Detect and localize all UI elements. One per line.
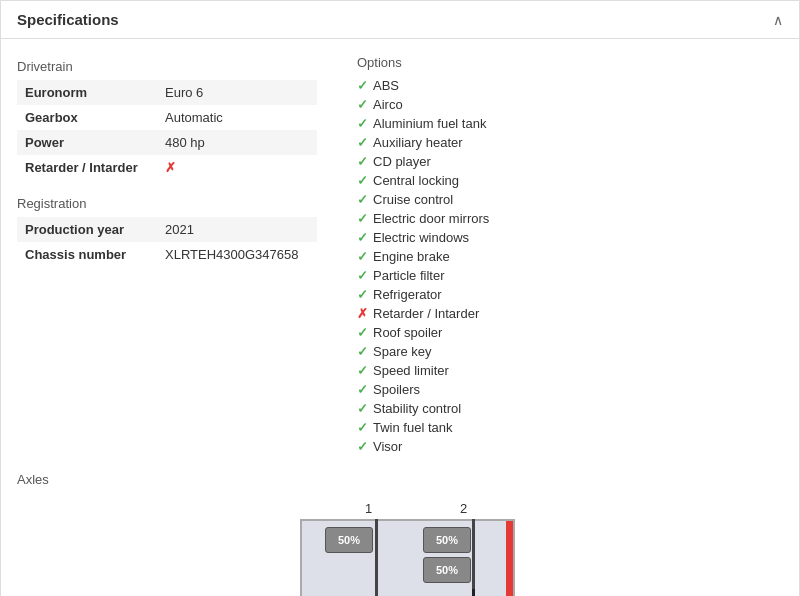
check-icon: ✓	[357, 325, 368, 340]
option-label: Airco	[373, 97, 403, 112]
drivetrain-value: Euro 6	[157, 80, 317, 105]
axle-label-2: 2	[460, 501, 467, 516]
check-icon: ✓	[357, 420, 368, 435]
list-item: ✓Auxiliary heater	[357, 133, 783, 152]
option-label: Particle filter	[373, 268, 445, 283]
check-icon: ✓	[357, 363, 368, 378]
option-label: Electric door mirrors	[373, 211, 489, 226]
registration-value: 2021	[157, 217, 317, 242]
option-label: CD player	[373, 154, 431, 169]
list-item: ✓Roof spoiler	[357, 323, 783, 342]
option-label: Cruise control	[373, 192, 453, 207]
list-item: ✓Airco	[357, 95, 783, 114]
option-label: Retarder / Intarder	[373, 306, 479, 321]
collapse-icon[interactable]: ∧	[773, 12, 783, 28]
list-item: ✓Aluminium fuel tank	[357, 114, 783, 133]
registration-label: Chassis number	[17, 242, 157, 267]
check-icon: ✓	[357, 154, 368, 169]
list-item: ✓Electric door mirrors	[357, 209, 783, 228]
option-label: Spoilers	[373, 382, 420, 397]
option-label: Roof spoiler	[373, 325, 442, 340]
check-icon: ✓	[357, 382, 368, 397]
wheel-front-top: 50%	[325, 527, 373, 553]
options-list: ✓ABS✓Airco✓Aluminium fuel tank✓Auxiliary…	[357, 76, 783, 456]
section-header: Specifications ∧	[1, 1, 799, 39]
drivetrain-label: Euronorm	[17, 80, 157, 105]
drivetrain-value: ✗	[157, 155, 317, 180]
check-icon: ✓	[357, 268, 368, 283]
registration-label: Production year	[17, 217, 157, 242]
drivetrain-label: Gearbox	[17, 105, 157, 130]
option-label: Twin fuel tank	[373, 420, 453, 435]
specifications-panel: Specifications ∧ Drivetrain EuronormEuro…	[0, 0, 800, 596]
check-icon: ✓	[357, 78, 368, 93]
axles-section: Axles 1 2 50%	[1, 472, 799, 596]
option-label: Stability control	[373, 401, 461, 416]
check-icon: ✓	[357, 135, 368, 150]
axle-diagram-container: 1 2 50% 50% 50%	[17, 499, 783, 596]
check-icon: ✓	[357, 211, 368, 226]
drivetrain-section: Drivetrain EuronormEuro 6GearboxAutomati…	[17, 59, 317, 180]
check-icon: ✓	[357, 116, 368, 131]
check-icon: ✓	[357, 401, 368, 416]
left-column: Drivetrain EuronormEuro 6GearboxAutomati…	[17, 55, 317, 456]
option-label: Engine brake	[373, 249, 450, 264]
list-item: ✓Speed limiter	[357, 361, 783, 380]
rear-axle-connector	[472, 589, 475, 596]
option-label: Auxiliary heater	[373, 135, 463, 150]
option-label: Central locking	[373, 173, 459, 188]
options-title: Options	[357, 55, 783, 70]
drivetrain-label: Retarder / Intarder	[17, 155, 157, 180]
drivetrain-value: Automatic	[157, 105, 317, 130]
list-item: ✓Cruise control	[357, 190, 783, 209]
option-label: Speed limiter	[373, 363, 449, 378]
axle-diagram: 1 2 50% 50% 50%	[260, 499, 540, 596]
wheel-rear-top-outer: 50%	[423, 527, 471, 553]
check-icon: ✓	[357, 344, 368, 359]
list-item: ✓Twin fuel tank	[357, 418, 783, 437]
registration-table: Production year2021Chassis numberXLRTEH4…	[17, 217, 317, 267]
list-item: ✓ABS	[357, 76, 783, 95]
red-bar	[506, 521, 513, 596]
check-icon: ✓	[357, 287, 368, 302]
rear-axle-line	[472, 519, 475, 596]
drivetrain-value: 480 hp	[157, 130, 317, 155]
option-label: Visor	[373, 439, 402, 454]
option-label: Spare key	[373, 344, 432, 359]
main-content: Drivetrain EuronormEuro 6GearboxAutomati…	[1, 39, 799, 472]
registration-value: XLRTEH4300G347658	[157, 242, 317, 267]
check-icon: ✓	[357, 173, 368, 188]
list-item: ✓Stability control	[357, 399, 783, 418]
option-label: Electric windows	[373, 230, 469, 245]
drivetrain-table: EuronormEuro 6GearboxAutomaticPower480 h…	[17, 80, 317, 180]
list-item: ✓Visor	[357, 437, 783, 456]
axles-title: Axles	[17, 472, 783, 487]
list-item: ✓Engine brake	[357, 247, 783, 266]
wheel-rear-top-inner: 50%	[423, 557, 471, 583]
registration-title: Registration	[17, 196, 317, 211]
right-column: Options ✓ABS✓Airco✓Aluminium fuel tank✓A…	[357, 55, 783, 456]
drivetrain-label: Power	[17, 130, 157, 155]
list-item: ✓Spare key	[357, 342, 783, 361]
list-item: ✓Electric windows	[357, 228, 783, 247]
check-icon: ✓	[357, 97, 368, 112]
list-item: ✓Particle filter	[357, 266, 783, 285]
check-icon: ✓	[357, 230, 368, 245]
option-label: Refrigerator	[373, 287, 442, 302]
drivetrain-title: Drivetrain	[17, 59, 317, 74]
section-title: Specifications	[17, 11, 119, 28]
axle-label-1: 1	[365, 501, 372, 516]
registration-section: Registration Production year2021Chassis …	[17, 196, 317, 267]
check-icon: ✓	[357, 249, 368, 264]
list-item: ✓Refrigerator	[357, 285, 783, 304]
list-item: ✓CD player	[357, 152, 783, 171]
list-item: ✓Central locking	[357, 171, 783, 190]
front-axle-line	[375, 519, 378, 596]
check-icon: ✓	[357, 439, 368, 454]
list-item: ✓Spoilers	[357, 380, 783, 399]
option-label: Aluminium fuel tank	[373, 116, 486, 131]
list-item: ✗Retarder / Intarder	[357, 304, 783, 323]
check-icon: ✓	[357, 192, 368, 207]
cross-icon: ✗	[357, 306, 368, 321]
option-label: ABS	[373, 78, 399, 93]
